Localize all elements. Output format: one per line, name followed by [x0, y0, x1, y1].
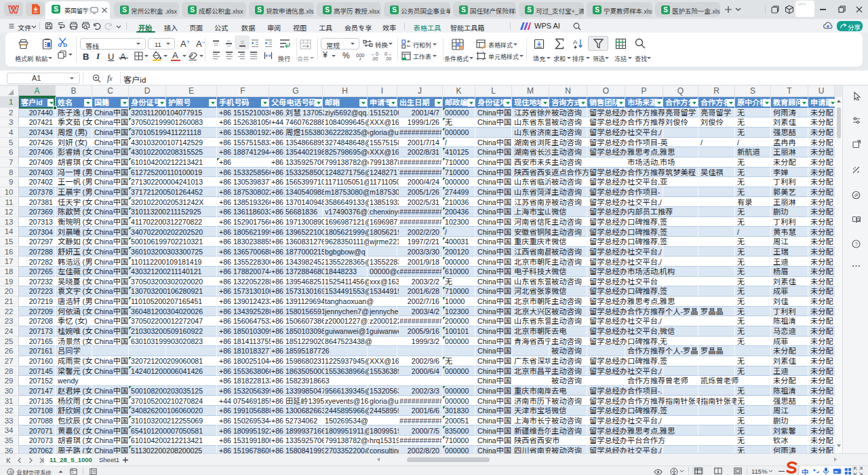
svg-text:业: 业: [9, 470, 14, 474]
svg-text:?: ?: [854, 241, 858, 247]
